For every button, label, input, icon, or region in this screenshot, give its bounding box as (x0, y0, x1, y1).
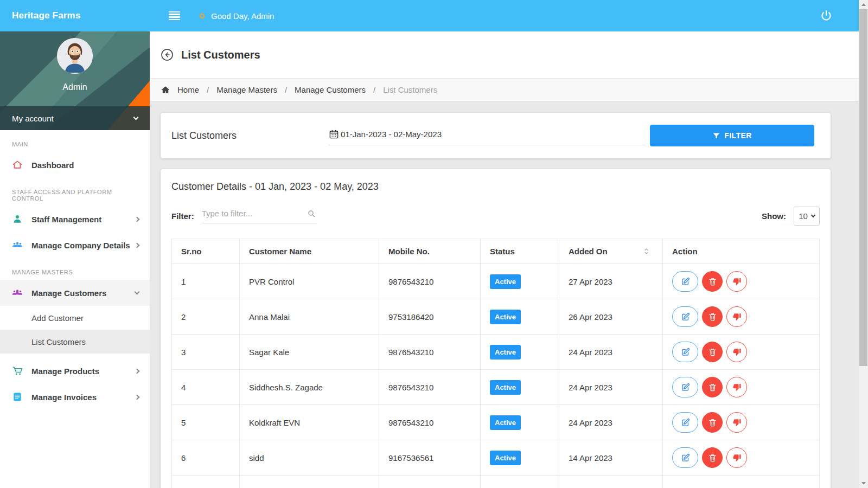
sidebar-item-manage-invoices[interactable]: Manage Invoices (0, 384, 150, 410)
col-srno: Sr.no (172, 239, 240, 264)
status-badge: Active (490, 380, 521, 395)
deactivate-button[interactable] (726, 412, 747, 433)
table-row: 5 Koldkraft EVN 9876543210 Active 24 Apr… (172, 405, 820, 440)
date-range-field[interactable]: 01-Jan-2023 - 02-May-2023 (329, 126, 646, 145)
cell-name: PVR Control (240, 264, 379, 299)
col-action: Action (663, 239, 820, 264)
edit-icon (681, 312, 690, 322)
cell-name: Siddhesh.S. Zagade (240, 370, 379, 405)
my-account-toggle[interactable]: My account (0, 106, 150, 130)
status-badge: Active (490, 345, 521, 359)
customer-table-card: Customer Details - 01 Jan, 2023 - 02 May… (161, 169, 831, 488)
edit-button[interactable] (672, 377, 698, 397)
sidebar-item-label: Staff Management (31, 215, 135, 224)
table-header-row: Sr.no Customer Name Mobile No. Status Ad… (172, 239, 820, 264)
sidebar-subitem-label: List Customers (31, 337, 86, 346)
scrollbar-thumb[interactable] (859, 9, 867, 366)
deactivate-button[interactable] (726, 306, 747, 327)
edit-button[interactable] (672, 447, 698, 468)
sidebar-item-staff-management[interactable]: Staff Management (0, 206, 150, 232)
power-icon[interactable] (820, 9, 833, 22)
sidebar-item-manage-company[interactable]: Manage Company Details (0, 232, 150, 258)
dashboard-home-icon (12, 159, 23, 170)
edit-icon (681, 453, 690, 463)
brand-title: Heritage Farms (0, 10, 150, 21)
thumbs-down-icon (732, 312, 742, 322)
filter-card: List Customers 01-Jan-2023 - 02-May-2023… (161, 113, 831, 158)
sidebar: Admin My account MAIN Dashboard STAFF AC… (0, 31, 150, 488)
cell-added: 24 Apr 2023 (559, 405, 663, 440)
cell-mobile: 9753186420 (379, 299, 481, 335)
table-row-partial (172, 476, 820, 488)
edit-icon (681, 277, 690, 286)
filter-label: Filter: (171, 211, 194, 221)
chevron-down-icon (135, 290, 140, 295)
filter-button[interactable]: FILTER (650, 125, 814, 146)
avatar[interactable] (57, 38, 93, 74)
delete-button[interactable] (702, 377, 723, 397)
col-status: Status (481, 239, 559, 264)
sidebar-item-dashboard[interactable]: Dashboard (0, 152, 150, 178)
breadcrumb-manage-masters[interactable]: Manage Masters (216, 85, 277, 94)
invoice-doc-icon (12, 391, 23, 402)
top-navbar: Heritage Farms Good Day, Admin (0, 0, 859, 31)
sidebar-item-manage-customers[interactable]: Manage Customers (0, 280, 150, 306)
menu-icon[interactable] (169, 11, 180, 21)
sidebar-item-label: Manage Invoices (31, 393, 135, 402)
cell-srno: 2 (172, 299, 240, 335)
delete-button[interactable] (702, 306, 723, 327)
page-header: List Customers (150, 31, 859, 78)
cell-srno: 1 (172, 264, 240, 299)
edit-icon (681, 348, 690, 357)
sidebar-subitem-label: Add Customer (31, 313, 84, 323)
edit-icon (681, 418, 690, 427)
edit-button[interactable] (672, 342, 698, 362)
chevron-right-icon (135, 394, 140, 400)
deactivate-button[interactable] (726, 342, 747, 362)
cell-added: 24 Apr 2023 (559, 370, 663, 405)
delete-button[interactable] (702, 271, 723, 292)
cell-added: 24 Apr 2023 (559, 335, 663, 370)
sidebar-item-add-customer[interactable]: Add Customer (0, 306, 150, 330)
delete-button[interactable] (702, 342, 723, 362)
trash-icon (708, 312, 717, 322)
greeting-text: Good Day, Admin (211, 11, 274, 21)
cell-added: 27 Apr 2023 (559, 264, 663, 299)
scrollbar-up-arrow[interactable] (859, 0, 868, 9)
deactivate-button[interactable] (726, 447, 747, 468)
cell-name: sidd (240, 440, 379, 476)
search-icon (307, 209, 316, 218)
vertical-scrollbar (859, 0, 868, 488)
edit-button[interactable] (672, 306, 698, 327)
page-size-select[interactable]: 10 (794, 207, 820, 226)
sidebar-profile-header: Admin My account (0, 31, 150, 130)
page-title: List Customers (181, 49, 260, 61)
breadcrumb-home[interactable]: Home (177, 85, 199, 94)
edit-button[interactable] (672, 271, 698, 292)
thumbs-down-icon (732, 277, 742, 286)
status-badge: Active (490, 310, 521, 324)
section-label-main: MAIN (0, 130, 150, 152)
col-customer-name: Customer Name (240, 239, 379, 264)
status-badge: Active (490, 451, 521, 465)
back-circle-icon[interactable] (161, 48, 174, 61)
thumbs-down-icon (732, 348, 742, 357)
sort-icon[interactable] (642, 247, 650, 255)
sidebar-item-list-customers[interactable]: List Customers (0, 330, 150, 354)
delete-button[interactable] (702, 412, 723, 433)
chevron-down-icon (133, 115, 139, 120)
breadcrumb-manage-customers[interactable]: Manage Customers (295, 85, 366, 94)
cell-srno: 3 (172, 335, 240, 370)
funnel-icon (712, 132, 720, 140)
sidebar-item-manage-products[interactable]: Manage Products (0, 358, 150, 384)
table-filter-input[interactable] (202, 209, 299, 218)
edit-button[interactable] (672, 412, 698, 433)
deactivate-button[interactable] (726, 271, 747, 292)
deactivate-button[interactable] (726, 377, 747, 397)
cell-name: Sagar Kale (240, 335, 379, 370)
table-row: 6 sidd 9167536561 Active 14 Apr 2023 (172, 440, 820, 476)
scrollbar-down-arrow[interactable] (859, 479, 868, 488)
trash-icon (708, 383, 717, 392)
cell-srno: 4 (172, 370, 240, 405)
delete-button[interactable] (702, 447, 723, 468)
